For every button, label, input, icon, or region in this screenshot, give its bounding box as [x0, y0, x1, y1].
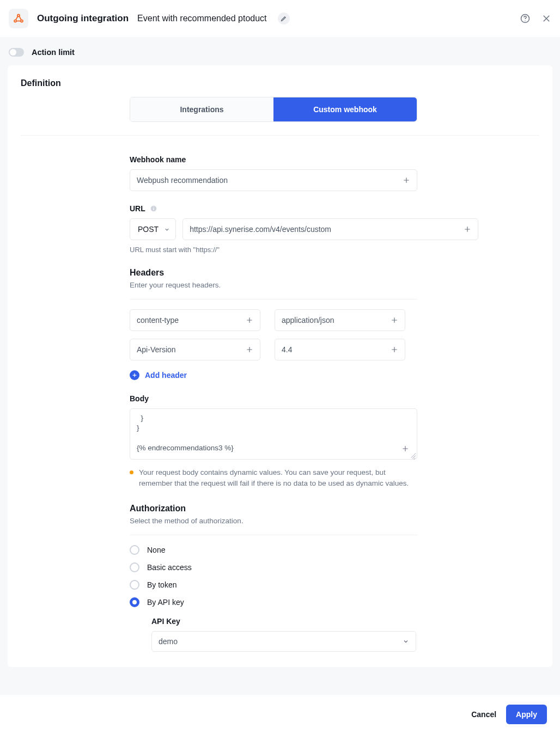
- help-icon[interactable]: [520, 13, 531, 24]
- resize-handle-icon[interactable]: [409, 451, 416, 458]
- url-input[interactable]: [182, 218, 478, 240]
- header-value-input[interactable]: [275, 309, 405, 331]
- divider: [130, 535, 417, 535]
- headers-desc: Enter your request headers.: [130, 281, 478, 289]
- close-icon[interactable]: [541, 14, 551, 23]
- apply-button[interactable]: Apply: [506, 705, 547, 724]
- insert-variable-icon[interactable]: [391, 316, 398, 324]
- action-limit-toggle[interactable]: [9, 48, 24, 57]
- chevron-down-icon: [164, 227, 170, 233]
- warning-dot-icon: [130, 470, 133, 474]
- headers-title: Headers: [130, 268, 478, 278]
- definition-tabs: Integrations Custom webhook: [130, 97, 417, 122]
- insert-variable-icon[interactable]: [401, 445, 409, 452]
- svg-rect-7: [153, 207, 154, 207]
- tab-custom-webhook[interactable]: Custom webhook: [273, 97, 417, 121]
- definition-card: Definition Integrations Custom webhook W…: [8, 65, 552, 667]
- url-label: URL: [130, 204, 478, 213]
- svg-point-1: [14, 20, 16, 22]
- header-key-input[interactable]: [130, 309, 260, 331]
- auth-desc: Select the method of authorization.: [130, 517, 478, 525]
- header-key-input[interactable]: [130, 339, 260, 360]
- insert-variable-icon[interactable]: [391, 346, 398, 353]
- insert-variable-icon[interactable]: [246, 346, 253, 353]
- insert-variable-icon[interactable]: [464, 225, 471, 233]
- edit-name-button[interactable]: [278, 13, 290, 25]
- auth-radio-none[interactable]: None: [130, 545, 478, 555]
- tab-integrations[interactable]: Integrations: [130, 97, 273, 121]
- cancel-button[interactable]: Cancel: [471, 710, 496, 719]
- svg-rect-6: [153, 208, 154, 210]
- action-limit-row: Action limit: [0, 37, 560, 63]
- add-header-button[interactable]: Add header: [130, 370, 478, 380]
- action-limit-label: Action limit: [32, 48, 75, 57]
- body-label: Body: [130, 394, 478, 403]
- auth-radio-apikey[interactable]: By API key: [130, 597, 478, 607]
- body-warning: Your request body contains dynamic value…: [139, 467, 417, 488]
- apikey-select[interactable]: demo: [151, 631, 416, 652]
- divider: [130, 299, 417, 299]
- body-textarea[interactable]: } } {% endrecommendations3 %}: [130, 408, 417, 460]
- apikey-label: API Key: [151, 617, 478, 626]
- webhook-icon: [9, 9, 28, 28]
- insert-variable-icon[interactable]: [246, 316, 253, 324]
- plus-circle-icon: [130, 370, 139, 380]
- chevron-down-icon: [403, 638, 409, 645]
- http-method-select[interactable]: POST: [130, 218, 176, 240]
- info-icon[interactable]: [150, 205, 157, 212]
- webhook-name-label: Webhook name: [130, 155, 478, 164]
- header-value-input[interactable]: [275, 339, 405, 360]
- definition-title: Definition: [21, 78, 539, 88]
- footer-bar: Cancel Apply: [0, 695, 560, 734]
- top-bar: Outgoing integration Event with recommen…: [0, 0, 560, 37]
- svg-point-2: [21, 20, 23, 22]
- auth-radio-token[interactable]: By token: [130, 580, 478, 590]
- divider: [21, 135, 539, 136]
- webhook-name-input[interactable]: [130, 169, 417, 191]
- page-title: Outgoing integration: [37, 13, 129, 24]
- svg-point-4: [525, 20, 526, 21]
- insert-variable-icon[interactable]: [403, 176, 410, 184]
- url-hint: URL must start with "https://": [130, 246, 478, 254]
- auth-radio-basic[interactable]: Basic access: [130, 562, 478, 572]
- page-subtitle: Event with recommended ptoduct: [137, 14, 266, 23]
- auth-title: Authorization: [130, 504, 478, 513]
